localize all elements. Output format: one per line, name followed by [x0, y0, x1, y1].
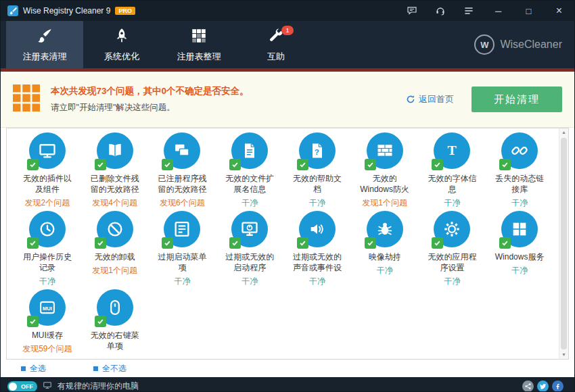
- app-window: Wise Registry Cleaner 9 PRO ─ □ × 注册表清理系…: [0, 0, 575, 392]
- app-logo-icon: [7, 5, 18, 16]
- category-status: 干净: [14, 276, 81, 287]
- tab-system-tuneup[interactable]: 系统优化: [83, 21, 160, 68]
- category-checkbox[interactable]: [297, 159, 308, 170]
- category-status: 发现59个问题: [14, 343, 81, 355]
- summary-grid-icon: [13, 84, 40, 114]
- category-checkbox[interactable]: [95, 159, 106, 170]
- scrollbar-thumb[interactable]: [561, 138, 567, 349]
- status-bar: OFF 有规律的清理你的电脑: [1, 377, 574, 392]
- select-all-label: 全选: [30, 363, 46, 374]
- category-label: 无效的右键菜单项: [87, 330, 143, 352]
- toggle-label: OFF: [21, 383, 33, 390]
- category-item[interactable]: 无效的插件以及组件发现2个问题: [14, 132, 81, 211]
- select-none-bullet-icon: [93, 366, 98, 371]
- category-item[interactable]: ?无效的帮助文档干净: [283, 132, 351, 211]
- category-checkbox[interactable]: [499, 237, 511, 249]
- scroll-up-icon[interactable]: ▲: [559, 128, 568, 137]
- social-icons: [522, 381, 564, 392]
- link-icon: [501, 132, 538, 169]
- computer-icon: [43, 381, 52, 392]
- category-checkbox[interactable]: [499, 159, 511, 170]
- twitter-icon[interactable]: [537, 381, 549, 392]
- category-item[interactable]: 用户操作历史记录干净: [14, 211, 81, 289]
- category-checkbox[interactable]: [95, 237, 106, 249]
- category-status: 干净: [351, 265, 419, 276]
- category-item[interactable]: 无效的Windows防火发现1个问题: [351, 132, 419, 211]
- category-item[interactable]: 映像劫持干净: [351, 211, 419, 289]
- facebook-icon[interactable]: [552, 381, 564, 392]
- mouse-icon: [97, 289, 133, 326]
- minimize-button[interactable]: ─: [483, 1, 513, 21]
- category-item[interactable]: 过期或无效的启动程序干净: [216, 211, 283, 289]
- category-checkbox[interactable]: [229, 159, 241, 170]
- sound-icon: [299, 211, 336, 247]
- category-item[interactable]: 已删除文件残留的无效路径发现4个问题: [81, 132, 149, 211]
- category-item[interactable]: 丢失的动态链接库干净: [486, 132, 553, 211]
- menu-icon[interactable]: [455, 1, 483, 21]
- category-label: 无效的卸载: [87, 252, 143, 263]
- tab-registry-defrag[interactable]: 注册表整理: [160, 21, 237, 68]
- startup-icon: [231, 211, 268, 247]
- support-icon[interactable]: [426, 1, 455, 21]
- back-home-label: 返回首页: [419, 93, 454, 105]
- category-item[interactable]: 过期启动菜单项干净: [149, 211, 216, 289]
- category-item[interactable]: 无效的右键菜单项: [81, 289, 149, 360]
- category-checkbox[interactable]: [27, 237, 39, 249]
- category-item[interactable]: Windows服务干净: [486, 211, 553, 289]
- category-label: Windows服务: [492, 252, 547, 263]
- category-checkbox[interactable]: [27, 159, 39, 170]
- category-grid: 无效的插件以及组件发现2个问题已删除文件残留的无效路径发现4个问题已注册程序残留…: [7, 128, 568, 360]
- category-checkbox[interactable]: [297, 237, 308, 249]
- share-icon[interactable]: [522, 381, 534, 392]
- category-item[interactable]: 无效的应用程序设置干净: [419, 211, 486, 289]
- close-button[interactable]: ×: [544, 1, 574, 21]
- category-status: 干净: [283, 197, 351, 209]
- category-item[interactable]: 无效的卸载发现1个问题: [81, 211, 149, 289]
- category-checkbox[interactable]: [365, 159, 376, 170]
- category-checkbox[interactable]: [162, 237, 173, 249]
- category-item[interactable]: T无效的字体信息干净: [419, 132, 486, 211]
- scroll-down-icon[interactable]: ▼: [559, 351, 568, 359]
- select-all-link[interactable]: 全选: [21, 363, 46, 374]
- category-item[interactable]: 已注册程序残留的无效路径发现6个问题: [149, 132, 216, 211]
- scrollbar[interactable]: ▲ ▼: [559, 128, 568, 359]
- category-status: 干净: [486, 265, 553, 276]
- svg-text:T: T: [448, 143, 457, 157]
- screens-icon: [164, 132, 200, 169]
- back-home-link[interactable]: 返回首页: [406, 93, 454, 105]
- category-label: 已删除文件残留的无效路径: [87, 174, 143, 195]
- auto-clean-toggle[interactable]: OFF: [7, 381, 37, 392]
- category-item[interactable]: 无效的文件扩展名信息干净: [216, 132, 283, 211]
- document-icon: [231, 132, 268, 169]
- category-checkbox[interactable]: [27, 316, 39, 327]
- category-status: 干净: [216, 197, 283, 209]
- wisecleaner-logo: W WiseCleaner: [474, 21, 562, 68]
- firewall-icon: [367, 132, 403, 169]
- nav-tab-label: 互助: [267, 51, 285, 63]
- category-label: 无效的应用程序设置: [424, 252, 480, 274]
- uninstall-icon: [97, 211, 133, 247]
- category-checkbox[interactable]: [229, 237, 241, 249]
- selection-links: 全选 全不选: [1, 360, 574, 377]
- maximize-button[interactable]: □: [513, 1, 544, 21]
- monitor-icon: [29, 132, 66, 169]
- refresh-icon: [406, 95, 415, 104]
- category-status: 干净: [419, 276, 486, 287]
- category-item[interactable]: MUIMUI缓存发现59个问题: [14, 289, 81, 360]
- nav-bar: 注册表清理系统优化注册表整理互助1 W WiseCleaner: [1, 21, 574, 68]
- defrag-icon: [190, 27, 208, 47]
- feedback-icon[interactable]: [398, 1, 426, 21]
- select-none-link[interactable]: 全不选: [93, 363, 127, 374]
- tab-registry-cleaner[interactable]: 注册表清理: [6, 21, 83, 68]
- category-checkbox[interactable]: [432, 237, 443, 249]
- start-clean-button[interactable]: 开始清理: [472, 87, 562, 112]
- category-checkbox[interactable]: [95, 316, 106, 327]
- category-checkbox[interactable]: [432, 159, 443, 170]
- logo-text: WiseCleaner: [500, 39, 562, 51]
- category-checkbox[interactable]: [365, 237, 376, 249]
- category-checkbox[interactable]: [162, 159, 173, 170]
- category-item[interactable]: 过期或无效的声音或事件设干净: [283, 211, 351, 289]
- tab-help[interactable]: 互助1: [237, 21, 315, 68]
- category-label: 已注册程序残留的无效路径: [154, 174, 210, 195]
- category-status: 干净: [283, 276, 351, 287]
